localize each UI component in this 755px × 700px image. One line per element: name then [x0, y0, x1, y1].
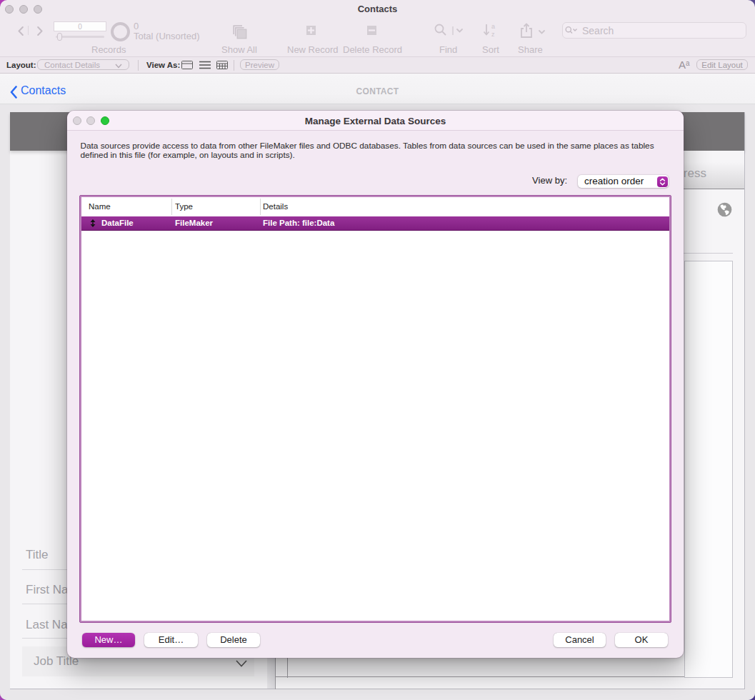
svg-text:a: a [491, 23, 495, 30]
svg-text:z: z [491, 31, 495, 38]
